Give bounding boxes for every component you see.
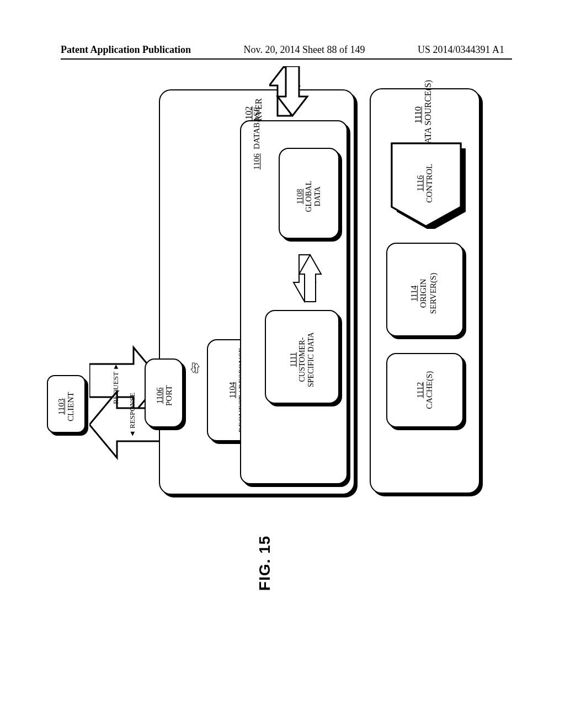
header-rule: [61, 58, 512, 60]
server-datasource-arrows: [269, 66, 313, 119]
database-internal-arrow: [292, 249, 326, 304]
customer-data-label: 1111 CUSTOMER-SPECIFIC DATA: [289, 304, 316, 415]
port-reqresp-arrow: [185, 358, 205, 378]
client-name: CLIENT: [66, 392, 75, 421]
caches-label: 1112 CACHE(S): [415, 335, 435, 445]
database-label: 1106 DATABASE: [252, 83, 262, 194]
figure-diagram: 1103 CLIENT REQUEST ► ◄ RESPONSE 1102 SE…: [61, 88, 502, 540]
port-label: 1106 PORT: [155, 362, 174, 429]
client-label: 1103 CLIENT: [57, 373, 76, 440]
origin-servers-label: 1114 ORIGIN SERVER(S): [409, 238, 438, 349]
header-publication-type: Patent Application Publication: [61, 44, 191, 56]
request-label: REQUEST ►: [112, 350, 120, 416]
client-ref: 1103: [57, 399, 66, 415]
figure-label: FIG. 15: [256, 536, 274, 591]
response-label: ◄ RESPONSE: [129, 382, 137, 448]
header-date-sheet: Nov. 20, 2014 Sheet 88 of 149: [244, 44, 365, 56]
page-header: Patent Application Publication Nov. 20, …: [0, 44, 565, 56]
control-label: 1116 CONTROL: [415, 128, 435, 238]
global-data-label: 1108 GLOBAL DATA: [296, 147, 322, 246]
